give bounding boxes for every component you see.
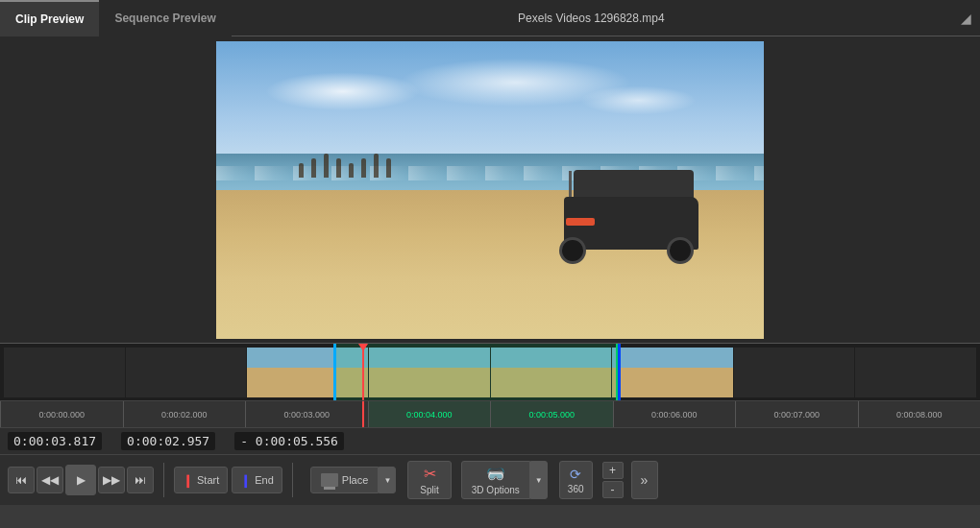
in-point-marker[interactable] xyxy=(333,344,336,400)
out-label: End xyxy=(255,474,274,486)
tc-mark-1: 0:00:02.000 xyxy=(123,401,246,427)
tab-sequence-preview[interactable]: Sequence Preview xyxy=(99,0,231,36)
preview-area xyxy=(0,36,980,344)
playhead-ruler xyxy=(362,401,364,427)
beach-scene xyxy=(216,41,764,339)
person-3 xyxy=(324,154,329,178)
inout-region xyxy=(333,344,618,400)
divider-1 xyxy=(163,463,164,497)
place-label: Place xyxy=(342,474,369,486)
person-5 xyxy=(349,163,354,178)
strip-thumb-7 xyxy=(734,348,855,397)
out-point-marker[interactable] xyxy=(618,344,621,400)
timecode-ruler[interactable]: 0:00:00.000 0:00:02.000 0:00:03.000 0:00… xyxy=(0,401,980,428)
go-to-start-button[interactable]: ⏮ xyxy=(8,467,35,493)
playhead-strip[interactable] xyxy=(362,344,364,400)
zoom-in-button[interactable]: + xyxy=(602,462,624,479)
set-out-button[interactable]: ❙ End xyxy=(232,467,282,493)
video-filename: Pexels Videos 1296828.mp4 xyxy=(232,12,951,25)
split-label: Split xyxy=(420,485,438,495)
step-forward-button[interactable]: ▶▶ xyxy=(98,467,125,493)
zoom-out-button[interactable]: - xyxy=(602,481,624,498)
out-timecode: - 0:00:05.556 xyxy=(234,432,344,450)
tc-mark-3: 0:00:04.000 xyxy=(368,401,491,427)
in-label: Start xyxy=(197,474,219,486)
split-button[interactable]: ✂ Split xyxy=(407,461,451,499)
controls-row: ⏮ ◀◀ ▶ ▶▶ ⏭ ❙ Start ❙ End xyxy=(0,455,980,505)
person-8 xyxy=(386,158,391,178)
clouds-layer xyxy=(244,56,737,145)
strip-thumb-2 xyxy=(126,348,247,397)
go-to-end-button[interactable]: ⏭ xyxy=(127,467,154,493)
360-icon: ⟳ xyxy=(570,467,581,482)
zoom-out-icon: - xyxy=(611,483,615,496)
zoom-in-icon: + xyxy=(609,464,616,477)
set-in-button[interactable]: ❙ Start xyxy=(174,467,228,493)
scissors-icon: ✂ xyxy=(424,465,436,483)
person-1 xyxy=(299,163,304,178)
tc-mark-6: 0:00:07.000 xyxy=(735,401,858,427)
bottom-controls: 0:00:03.817 0:00:02.957 - 0:00:05.556 ⏮ … xyxy=(0,428,980,505)
wheel-right xyxy=(667,237,694,264)
strip-thumb-8 xyxy=(855,348,976,397)
header: Clip Preview Sequence Preview Pexels Vid… xyxy=(0,0,980,36)
zoom-group: + - xyxy=(602,462,624,498)
person-6 xyxy=(361,158,366,178)
person-7 xyxy=(374,154,379,178)
tc-mark-7: 0:00:08.000 xyxy=(858,401,981,427)
more-icon: » xyxy=(641,472,649,488)
glasses-3d-icon: 🥽 xyxy=(486,465,505,483)
more-button[interactable]: » xyxy=(631,461,658,499)
person-2 xyxy=(311,158,316,178)
timecode-row: 0:00:03.817 0:00:02.957 - 0:00:05.556 xyxy=(0,428,980,455)
inout-group: ❙ Start ❙ End xyxy=(174,467,282,493)
wheel-left xyxy=(559,237,586,264)
360-button[interactable]: ⟳ 360 xyxy=(559,461,593,499)
tc-mark-2: 0:00:03.000 xyxy=(245,401,368,427)
place-icon xyxy=(321,473,338,487)
tc-mark-4: 0:00:05.000 xyxy=(490,401,613,427)
in-timecode: 0:00:02.957 xyxy=(121,432,215,450)
tc-mark-0: 0:00:00.000 xyxy=(0,401,123,427)
clip-preview-label: Clip Preview xyxy=(15,12,84,26)
place-group: Place ▼ xyxy=(310,467,397,493)
sequence-preview-label: Sequence Preview xyxy=(114,12,215,25)
place-button[interactable]: Place xyxy=(310,467,380,493)
place-dropdown-button[interactable]: ▼ xyxy=(379,467,396,493)
ruler-inner: 0:00:00.000 0:00:02.000 0:00:03.000 0:00… xyxy=(0,401,980,427)
tab-clip-preview[interactable]: Clip Preview xyxy=(0,0,99,36)
3d-options-button[interactable]: 🥽 3D Options xyxy=(461,461,530,499)
3d-options-label: 3D Options xyxy=(472,485,520,495)
person-4 xyxy=(336,158,341,178)
tc-mark-5: 0:00:06.000 xyxy=(613,401,736,427)
strip-thumb-6 xyxy=(612,348,733,397)
vehicle-accent xyxy=(566,218,595,226)
atv-vehicle xyxy=(545,154,698,269)
maximize-button[interactable]: ◢ xyxy=(951,0,980,36)
strip-thumb-1 xyxy=(4,348,125,397)
3d-options-dropdown-button[interactable]: ▼ xyxy=(530,461,548,499)
divider-2 xyxy=(292,463,293,497)
step-back-button[interactable]: ◀◀ xyxy=(37,467,63,493)
video-frame xyxy=(216,41,764,339)
play-button[interactable]: ▶ xyxy=(65,465,96,495)
360-label: 360 xyxy=(568,484,584,494)
current-timecode: 0:00:03.817 xyxy=(8,432,102,450)
people-group xyxy=(299,154,391,178)
timeline-strip[interactable] xyxy=(0,344,980,401)
transport-group: ⏮ ◀◀ ▶ ▶▶ ⏭ xyxy=(8,465,154,495)
